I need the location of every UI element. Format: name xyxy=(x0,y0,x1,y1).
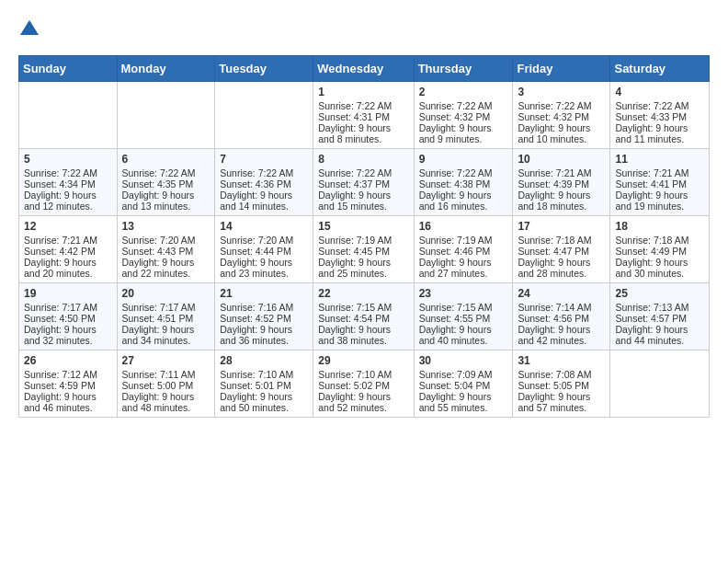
sunrise-text: Sunrise: 7:19 AM xyxy=(318,235,408,246)
daylight-text: Daylight: 9 hours and 40 minutes. xyxy=(419,324,508,346)
day-number: 29 xyxy=(318,354,408,367)
day-number: 19 xyxy=(24,287,112,300)
day-of-week-header: Monday xyxy=(117,56,215,82)
daylight-text: Daylight: 9 hours and 27 minutes. xyxy=(419,257,508,279)
calendar-cell: 15Sunrise: 7:19 AMSunset: 4:45 PMDayligh… xyxy=(313,216,414,283)
daylight-text: Daylight: 9 hours and 15 minutes. xyxy=(318,190,408,212)
sunset-text: Sunset: 4:32 PM xyxy=(518,111,605,122)
daylight-text: Daylight: 9 hours and 42 minutes. xyxy=(518,324,605,346)
sunset-text: Sunset: 4:41 PM xyxy=(615,178,704,190)
daylight-text: Daylight: 9 hours and 34 minutes. xyxy=(122,324,210,346)
sunset-text: Sunset: 4:55 PM xyxy=(419,313,508,324)
sunset-text: Sunset: 4:33 PM xyxy=(615,111,704,122)
sunset-text: Sunset: 4:36 PM xyxy=(220,178,308,190)
sunrise-text: Sunrise: 7:10 AM xyxy=(220,369,308,380)
sunset-text: Sunset: 4:39 PM xyxy=(518,178,605,190)
daylight-text: Daylight: 9 hours and 23 minutes. xyxy=(220,257,308,279)
day-number: 3 xyxy=(518,86,605,98)
day-number: 11 xyxy=(615,153,704,166)
sunrise-text: Sunrise: 7:15 AM xyxy=(419,302,508,313)
day-number: 22 xyxy=(318,287,408,300)
daylight-text: Daylight: 9 hours and 46 minutes. xyxy=(24,391,112,413)
sunrise-text: Sunrise: 7:14 AM xyxy=(518,302,605,313)
calendar-cell xyxy=(610,350,710,418)
sunset-text: Sunset: 5:05 PM xyxy=(518,380,605,391)
sunset-text: Sunset: 4:52 PM xyxy=(220,313,308,324)
day-number: 17 xyxy=(518,220,605,233)
sunrise-text: Sunrise: 7:21 AM xyxy=(615,167,704,178)
daylight-text: Daylight: 9 hours and 22 minutes. xyxy=(122,257,210,279)
calendar-cell: 25Sunrise: 7:13 AMSunset: 4:57 PMDayligh… xyxy=(610,283,710,350)
daylight-text: Daylight: 9 hours and 48 minutes. xyxy=(122,391,210,413)
sunrise-text: Sunrise: 7:08 AM xyxy=(518,369,605,380)
calendar-cell: 24Sunrise: 7:14 AMSunset: 4:56 PMDayligh… xyxy=(513,283,610,350)
day-number: 21 xyxy=(220,287,308,300)
day-number: 14 xyxy=(220,220,308,233)
calendar-cell xyxy=(215,82,313,149)
calendar-cell: 11Sunrise: 7:21 AMSunset: 4:41 PMDayligh… xyxy=(610,149,710,216)
day-number: 23 xyxy=(419,287,508,300)
sunrise-text: Sunrise: 7:09 AM xyxy=(419,369,508,380)
daylight-text: Daylight: 9 hours and 12 minutes. xyxy=(24,190,112,212)
calendar-cell: 10Sunrise: 7:21 AMSunset: 4:39 PMDayligh… xyxy=(513,149,610,216)
calendar-cell: 13Sunrise: 7:20 AMSunset: 4:43 PMDayligh… xyxy=(117,216,215,283)
day-of-week-header: Saturday xyxy=(610,56,710,82)
calendar-cell: 22Sunrise: 7:15 AMSunset: 4:54 PMDayligh… xyxy=(313,283,414,350)
sunrise-text: Sunrise: 7:11 AM xyxy=(122,369,210,380)
sunrise-text: Sunrise: 7:15 AM xyxy=(318,302,408,313)
calendar-cell: 1Sunrise: 7:22 AMSunset: 4:31 PMDaylight… xyxy=(313,82,414,149)
sunset-text: Sunset: 4:49 PM xyxy=(615,246,704,257)
daylight-text: Daylight: 9 hours and 28 minutes. xyxy=(518,257,605,279)
calendar-cell: 21Sunrise: 7:16 AMSunset: 4:52 PMDayligh… xyxy=(215,283,313,350)
day-number: 20 xyxy=(122,287,210,300)
day-number: 27 xyxy=(122,354,210,367)
sunset-text: Sunset: 4:31 PM xyxy=(318,111,408,122)
calendar-cell xyxy=(19,82,118,149)
sunset-text: Sunset: 5:01 PM xyxy=(220,380,308,391)
sunset-text: Sunset: 4:35 PM xyxy=(122,178,210,190)
sunset-text: Sunset: 4:59 PM xyxy=(24,380,112,391)
day-number: 26 xyxy=(24,354,112,367)
sunset-text: Sunset: 4:54 PM xyxy=(318,313,408,324)
day-number: 25 xyxy=(615,287,704,300)
sunset-text: Sunset: 4:42 PM xyxy=(24,246,112,257)
daylight-text: Daylight: 9 hours and 10 minutes. xyxy=(518,122,605,144)
sunset-text: Sunset: 4:47 PM xyxy=(518,246,605,257)
logo-icon xyxy=(18,18,40,40)
sunset-text: Sunset: 4:45 PM xyxy=(318,246,408,257)
daylight-text: Daylight: 9 hours and 20 minutes. xyxy=(24,257,112,279)
calendar-cell: 8Sunrise: 7:22 AMSunset: 4:37 PMDaylight… xyxy=(313,149,414,216)
calendar-cell: 18Sunrise: 7:18 AMSunset: 4:49 PMDayligh… xyxy=(610,216,710,283)
calendar-cell: 2Sunrise: 7:22 AMSunset: 4:32 PMDaylight… xyxy=(414,82,513,149)
daylight-text: Daylight: 9 hours and 13 minutes. xyxy=(122,190,210,212)
calendar-cell: 9Sunrise: 7:22 AMSunset: 4:38 PMDaylight… xyxy=(414,149,513,216)
day-number: 7 xyxy=(220,153,308,166)
daylight-text: Daylight: 9 hours and 57 minutes. xyxy=(518,391,605,413)
sunrise-text: Sunrise: 7:22 AM xyxy=(615,100,704,111)
daylight-text: Daylight: 9 hours and 44 minutes. xyxy=(615,324,704,346)
sunset-text: Sunset: 4:51 PM xyxy=(122,313,210,324)
sunrise-text: Sunrise: 7:22 AM xyxy=(24,167,112,178)
sunset-text: Sunset: 4:37 PM xyxy=(318,178,408,190)
sunset-text: Sunset: 4:56 PM xyxy=(518,313,605,324)
daylight-text: Daylight: 9 hours and 36 minutes. xyxy=(220,324,308,346)
daylight-text: Daylight: 9 hours and 19 minutes. xyxy=(615,190,704,212)
calendar-cell: 5Sunrise: 7:22 AMSunset: 4:34 PMDaylight… xyxy=(19,149,118,216)
sunrise-text: Sunrise: 7:17 AM xyxy=(24,302,112,313)
day-number: 13 xyxy=(122,220,210,233)
sunset-text: Sunset: 4:43 PM xyxy=(122,246,210,257)
day-number: 4 xyxy=(615,86,704,98)
sunrise-text: Sunrise: 7:20 AM xyxy=(122,235,210,246)
day-number: 12 xyxy=(24,220,112,233)
calendar-cell: 29Sunrise: 7:10 AMSunset: 5:02 PMDayligh… xyxy=(313,350,414,418)
sunrise-text: Sunrise: 7:12 AM xyxy=(24,369,112,380)
day-number: 10 xyxy=(518,153,605,166)
sunrise-text: Sunrise: 7:22 AM xyxy=(318,167,408,178)
sunrise-text: Sunrise: 7:16 AM xyxy=(220,302,308,313)
daylight-text: Daylight: 9 hours and 18 minutes. xyxy=(518,190,605,212)
calendar-cell: 28Sunrise: 7:10 AMSunset: 5:01 PMDayligh… xyxy=(215,350,313,418)
day-of-week-header: Thursday xyxy=(414,56,513,82)
daylight-text: Daylight: 9 hours and 38 minutes. xyxy=(318,324,408,346)
daylight-text: Daylight: 9 hours and 14 minutes. xyxy=(220,190,308,212)
day-number: 8 xyxy=(318,153,408,166)
